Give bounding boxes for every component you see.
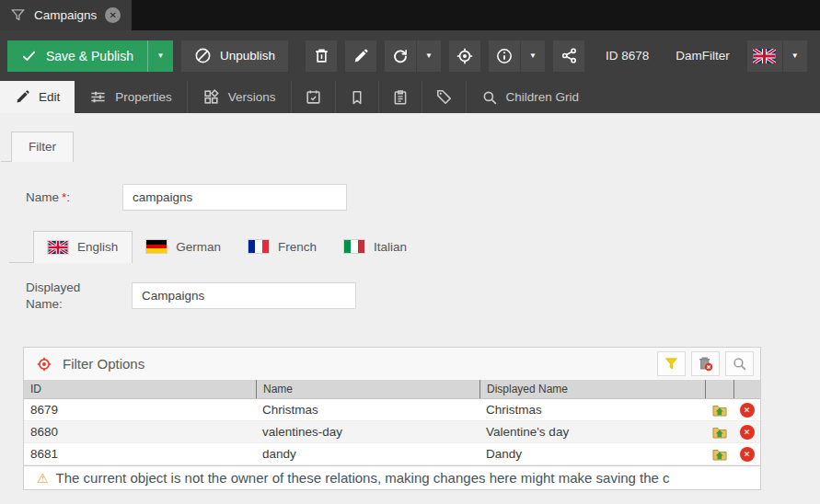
table-row[interactable]: 8681 dandy Dandy ✕	[24, 443, 760, 465]
language-dropdown[interactable]: ▼	[782, 40, 807, 72]
tab-properties-label: Properties	[115, 90, 172, 104]
tab-filter[interactable]: Filter	[11, 132, 74, 162]
tab-versions-label: Versions	[228, 90, 276, 104]
main-tab-strip: Edit Properties Versions	[0, 81, 820, 113]
warning-text: The current object is not the owner of t…	[56, 470, 670, 486]
tab-versions[interactable]: Versions	[188, 81, 292, 113]
object-type-label: DamFilter	[676, 49, 730, 63]
cell-id: 8681	[24, 447, 256, 461]
cell-name: dandy	[256, 447, 479, 461]
folder-up-icon	[712, 447, 727, 462]
open-object-button[interactable]	[705, 425, 733, 440]
document-tab-label: Campaigns	[34, 8, 97, 22]
tab-language-english[interactable]: English	[33, 231, 133, 263]
versions-grid-icon	[202, 88, 220, 106]
toolbar: Save & Publish ▼ Unpublish	[0, 30, 820, 81]
tab-language-italian[interactable]: Italian	[330, 231, 421, 263]
edit-panel: Filter Name*: English German French	[0, 113, 820, 504]
table-row[interactable]: 8680 valentines-day Valentine's day ✕	[24, 421, 760, 443]
language-split-button: ▼	[747, 40, 807, 72]
search-icon	[481, 89, 498, 106]
check-icon	[21, 48, 37, 63]
locate-in-tree-button[interactable]	[449, 40, 480, 72]
tab-edit[interactable]: Edit	[0, 81, 75, 113]
share-button[interactable]	[553, 40, 584, 72]
column-header-id[interactable]: ID	[24, 380, 256, 398]
cell-displayed-name: Dandy	[479, 447, 705, 461]
clipboard-icon	[392, 89, 409, 106]
tab-tags[interactable]	[422, 81, 467, 113]
info-button[interactable]	[489, 40, 520, 72]
name-label: Name*:	[26, 190, 122, 204]
search-tool-button[interactable]	[725, 351, 754, 376]
prohibition-icon	[194, 47, 212, 64]
pencil-icon	[15, 89, 30, 105]
tag-icon	[435, 88, 453, 106]
cell-id: 8679	[24, 403, 256, 417]
remove-x-icon: ✕	[740, 403, 755, 418]
warning-triangle-icon: ⚠	[37, 471, 49, 486]
delete-all-relations-button[interactable]	[691, 351, 720, 376]
cell-id: 8680	[24, 425, 256, 439]
column-header-actions	[705, 380, 733, 398]
tab-schedule[interactable]	[292, 81, 336, 113]
uk-flag-icon	[48, 241, 68, 254]
rename-button[interactable]	[345, 40, 376, 72]
application-window: Campaigns ✕ Save & Publish ▼ Unpublish	[0, 0, 820, 504]
language-flag-button[interactable]	[747, 40, 782, 72]
sliders-icon	[89, 88, 107, 106]
name-field-row: Name*:	[26, 184, 820, 211]
tab-language-french[interactable]: French	[235, 231, 330, 263]
save-publish-dropdown[interactable]: ▼	[147, 40, 173, 72]
column-header-displayed-name[interactable]: Displayed Name	[479, 380, 705, 398]
pencil-icon	[352, 48, 369, 64]
filter-yellow-icon	[664, 356, 679, 372]
tab-children-grid[interactable]: Children Grid	[467, 81, 595, 113]
close-tab-icon[interactable]: ✕	[105, 7, 121, 23]
info-icon	[495, 47, 514, 65]
unpublish-button[interactable]: Unpublish	[181, 40, 288, 72]
displayed-name-input[interactable]	[132, 282, 356, 309]
french-flag-icon	[248, 240, 269, 253]
folder-up-icon	[712, 425, 727, 440]
filter-options-panel: Filter Options	[23, 347, 761, 490]
open-object-button[interactable]	[705, 403, 733, 418]
filter-tool-button[interactable]	[657, 351, 686, 376]
caret-down-icon: ▼	[529, 52, 537, 60]
calendar-check-icon	[305, 88, 322, 106]
open-object-button[interactable]	[705, 447, 733, 462]
cell-name: valentines-day	[256, 425, 479, 439]
tab-language-german[interactable]: German	[133, 231, 235, 263]
target-red-icon	[36, 356, 52, 372]
column-header-name[interactable]: Name	[256, 380, 479, 398]
name-input[interactable]	[122, 184, 347, 211]
remove-relation-button[interactable]: ✕	[733, 403, 760, 418]
language-tab-label: English	[77, 240, 118, 254]
remove-relation-button[interactable]: ✕	[733, 447, 760, 462]
folder-up-icon	[712, 403, 727, 418]
tab-clipboard[interactable]	[379, 81, 422, 113]
trash-remove-icon	[697, 355, 714, 372]
language-tab-label: Italian	[374, 240, 407, 254]
filter-options-title: Filter Options	[63, 356, 144, 372]
reload-dropdown[interactable]: ▼	[416, 40, 441, 72]
tab-properties[interactable]: Properties	[75, 81, 188, 113]
remove-relation-button[interactable]: ✕	[733, 425, 760, 440]
save-publish-button[interactable]: Save & Publish	[7, 40, 147, 72]
object-id-label: ID 8678	[606, 49, 649, 63]
reload-button[interactable]	[385, 40, 416, 72]
tab-bookmark[interactable]	[336, 81, 379, 113]
document-tab-bar: Campaigns ✕	[0, 0, 820, 30]
language-tab-strip: English German French Italian	[33, 231, 820, 263]
tab-children-grid-label: Children Grid	[506, 90, 580, 104]
italian-flag-icon	[344, 240, 364, 253]
table-row[interactable]: 8679 Christmas Christmas ✕	[24, 399, 760, 421]
document-tab-campaigns[interactable]: Campaigns ✕	[0, 0, 132, 30]
displayed-name-label: Displayed Name:	[26, 280, 122, 312]
info-dropdown[interactable]: ▼	[520, 40, 545, 72]
displayed-name-field-row: Displayed Name:	[26, 280, 820, 312]
caret-down-icon: ▼	[156, 52, 164, 60]
remove-x-icon: ✕	[740, 425, 755, 440]
delete-button[interactable]	[306, 40, 337, 72]
share-icon	[560, 47, 578, 64]
